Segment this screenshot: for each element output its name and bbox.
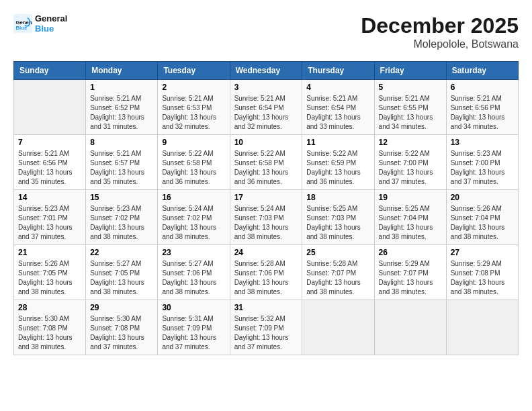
header-tuesday: Tuesday xyxy=(158,62,230,80)
day-cell: 16Sunrise: 5:24 AMSunset: 7:02 PMDayligh… xyxy=(158,190,230,245)
day-number: 12 xyxy=(379,138,442,147)
day-info: Sunrise: 5:25 AMSunset: 7:04 PMDaylight:… xyxy=(379,204,442,242)
day-cell: 10Sunrise: 5:22 AMSunset: 6:58 PMDayligh… xyxy=(230,135,302,190)
logo-icon: General Blue xyxy=(13,14,32,33)
day-cell: 31Sunrise: 5:32 AMSunset: 7:09 PMDayligh… xyxy=(230,300,302,355)
day-info: Sunrise: 5:27 AMSunset: 7:05 PMDaylight:… xyxy=(90,259,153,297)
day-info: Sunrise: 5:23 AMSunset: 7:02 PMDaylight:… xyxy=(90,204,153,242)
day-number: 16 xyxy=(162,193,225,202)
day-info: Sunrise: 5:30 AMSunset: 7:08 PMDaylight:… xyxy=(18,314,81,352)
day-number: 21 xyxy=(18,248,81,257)
day-info: Sunrise: 5:22 AMSunset: 6:58 PMDaylight:… xyxy=(234,149,298,187)
day-number: 14 xyxy=(18,193,81,202)
day-info: Sunrise: 5:22 AMSunset: 6:58 PMDaylight:… xyxy=(162,149,225,187)
day-cell: 5Sunrise: 5:21 AMSunset: 6:55 PMDaylight… xyxy=(374,80,446,135)
day-cell xyxy=(14,80,86,135)
day-cell: 9Sunrise: 5:22 AMSunset: 6:58 PMDaylight… xyxy=(158,135,230,190)
day-number: 22 xyxy=(90,248,153,257)
week-row-5: 28Sunrise: 5:30 AMSunset: 7:08 PMDayligh… xyxy=(14,300,519,355)
day-cell: 28Sunrise: 5:30 AMSunset: 7:08 PMDayligh… xyxy=(14,300,86,355)
day-cell: 1Sunrise: 5:21 AMSunset: 6:52 PMDaylight… xyxy=(86,80,158,135)
day-info: Sunrise: 5:21 AMSunset: 6:56 PMDaylight:… xyxy=(451,94,514,132)
day-cell: 19Sunrise: 5:25 AMSunset: 7:04 PMDayligh… xyxy=(374,190,446,245)
day-number: 29 xyxy=(90,303,153,312)
day-number: 3 xyxy=(234,83,298,92)
day-info: Sunrise: 5:24 AMSunset: 7:02 PMDaylight:… xyxy=(162,204,225,242)
day-cell: 26Sunrise: 5:29 AMSunset: 7:07 PMDayligh… xyxy=(374,245,446,300)
week-row-2: 7Sunrise: 5:21 AMSunset: 6:56 PMDaylight… xyxy=(14,135,519,190)
day-info: Sunrise: 5:21 AMSunset: 6:56 PMDaylight:… xyxy=(18,149,81,187)
day-cell: 2Sunrise: 5:21 AMSunset: 6:53 PMDaylight… xyxy=(158,80,230,135)
day-number: 4 xyxy=(306,83,369,92)
page-header: General Blue General Blue December 2025 … xyxy=(13,13,519,50)
day-cell: 29Sunrise: 5:30 AMSunset: 7:08 PMDayligh… xyxy=(86,300,158,355)
day-number: 18 xyxy=(306,193,369,202)
day-cell: 27Sunrise: 5:29 AMSunset: 7:08 PMDayligh… xyxy=(446,245,518,300)
day-number: 9 xyxy=(162,138,225,147)
day-number: 25 xyxy=(306,248,369,257)
day-cell xyxy=(374,300,446,355)
day-cell: 11Sunrise: 5:22 AMSunset: 6:59 PMDayligh… xyxy=(302,135,374,190)
day-cell: 13Sunrise: 5:23 AMSunset: 7:00 PMDayligh… xyxy=(446,135,518,190)
day-number: 31 xyxy=(234,303,298,312)
header-thursday: Thursday xyxy=(302,62,374,80)
header-wednesday: Wednesday xyxy=(230,62,302,80)
week-row-3: 14Sunrise: 5:23 AMSunset: 7:01 PMDayligh… xyxy=(14,190,519,245)
day-cell: 21Sunrise: 5:26 AMSunset: 7:05 PMDayligh… xyxy=(14,245,86,300)
day-cell: 14Sunrise: 5:23 AMSunset: 7:01 PMDayligh… xyxy=(14,190,86,245)
day-cell: 22Sunrise: 5:27 AMSunset: 7:05 PMDayligh… xyxy=(86,245,158,300)
header-monday: Monday xyxy=(86,62,158,80)
day-info: Sunrise: 5:31 AMSunset: 7:09 PMDaylight:… xyxy=(162,314,225,352)
day-number: 5 xyxy=(379,83,442,92)
header-friday: Friday xyxy=(374,62,446,80)
day-number: 23 xyxy=(162,248,225,257)
day-number: 19 xyxy=(379,193,442,202)
day-number: 20 xyxy=(451,193,514,202)
day-number: 17 xyxy=(234,193,298,202)
day-number: 28 xyxy=(18,303,81,312)
day-info: Sunrise: 5:27 AMSunset: 7:06 PMDaylight:… xyxy=(162,259,225,297)
day-info: Sunrise: 5:28 AMSunset: 7:07 PMDaylight:… xyxy=(306,259,369,297)
day-info: Sunrise: 5:24 AMSunset: 7:03 PMDaylight:… xyxy=(234,204,298,242)
day-cell xyxy=(302,300,374,355)
week-row-4: 21Sunrise: 5:26 AMSunset: 7:05 PMDayligh… xyxy=(14,245,519,300)
week-row-1: 1Sunrise: 5:21 AMSunset: 6:52 PMDaylight… xyxy=(14,80,519,135)
day-number: 2 xyxy=(162,83,225,92)
title-section: December 2025 Molepolole, Botswana xyxy=(361,13,519,50)
header-sunday: Sunday xyxy=(14,62,86,80)
day-info: Sunrise: 5:26 AMSunset: 7:05 PMDaylight:… xyxy=(18,259,81,297)
day-info: Sunrise: 5:22 AMSunset: 6:59 PMDaylight:… xyxy=(306,149,369,187)
day-info: Sunrise: 5:29 AMSunset: 7:08 PMDaylight:… xyxy=(451,259,514,297)
day-cell: 15Sunrise: 5:23 AMSunset: 7:02 PMDayligh… xyxy=(86,190,158,245)
day-info: Sunrise: 5:23 AMSunset: 7:01 PMDaylight:… xyxy=(18,204,81,242)
day-cell: 20Sunrise: 5:26 AMSunset: 7:04 PMDayligh… xyxy=(446,190,518,245)
day-number: 10 xyxy=(234,138,298,147)
day-info: Sunrise: 5:29 AMSunset: 7:07 PMDaylight:… xyxy=(379,259,442,297)
day-cell: 6Sunrise: 5:21 AMSunset: 6:56 PMDaylight… xyxy=(446,80,518,135)
day-cell: 24Sunrise: 5:28 AMSunset: 7:06 PMDayligh… xyxy=(230,245,302,300)
month-title: December 2025 xyxy=(361,13,519,38)
day-number: 24 xyxy=(234,248,298,257)
day-info: Sunrise: 5:32 AMSunset: 7:09 PMDaylight:… xyxy=(234,314,298,352)
day-cell: 4Sunrise: 5:21 AMSunset: 6:54 PMDaylight… xyxy=(302,80,374,135)
day-info: Sunrise: 5:23 AMSunset: 7:00 PMDaylight:… xyxy=(451,149,514,187)
day-cell: 3Sunrise: 5:21 AMSunset: 6:54 PMDaylight… xyxy=(230,80,302,135)
day-number: 8 xyxy=(90,138,153,147)
day-cell: 12Sunrise: 5:22 AMSunset: 7:00 PMDayligh… xyxy=(374,135,446,190)
logo: General Blue General Blue xyxy=(13,13,67,34)
day-number: 13 xyxy=(451,138,514,147)
day-info: Sunrise: 5:21 AMSunset: 6:57 PMDaylight:… xyxy=(90,149,153,187)
day-info: Sunrise: 5:21 AMSunset: 6:52 PMDaylight:… xyxy=(90,94,153,132)
day-cell: 30Sunrise: 5:31 AMSunset: 7:09 PMDayligh… xyxy=(158,300,230,355)
day-number: 7 xyxy=(18,138,81,147)
logo-line1: General xyxy=(35,13,67,24)
day-info: Sunrise: 5:26 AMSunset: 7:04 PMDaylight:… xyxy=(451,204,514,242)
day-info: Sunrise: 5:21 AMSunset: 6:55 PMDaylight:… xyxy=(379,94,442,132)
day-info: Sunrise: 5:21 AMSunset: 6:53 PMDaylight:… xyxy=(162,94,225,132)
day-cell: 17Sunrise: 5:24 AMSunset: 7:03 PMDayligh… xyxy=(230,190,302,245)
day-number: 27 xyxy=(451,248,514,257)
day-number: 15 xyxy=(90,193,153,202)
day-cell: 7Sunrise: 5:21 AMSunset: 6:56 PMDaylight… xyxy=(14,135,86,190)
day-cell: 18Sunrise: 5:25 AMSunset: 7:03 PMDayligh… xyxy=(302,190,374,245)
day-info: Sunrise: 5:22 AMSunset: 7:00 PMDaylight:… xyxy=(379,149,442,187)
